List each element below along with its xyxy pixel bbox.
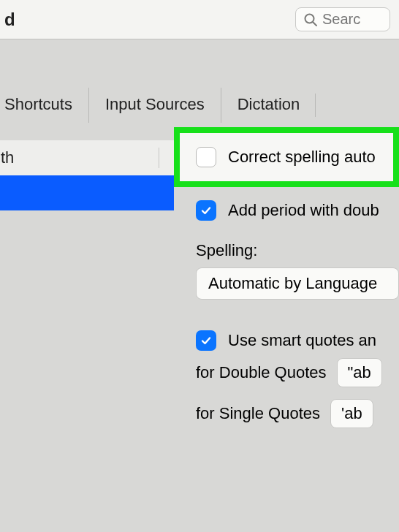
spelling-label: Spelling: <box>196 241 399 260</box>
settings-panel: Correct spelling auto Capitalize words a… <box>174 123 399 532</box>
option-add-period-row: Add period with doub <box>174 200 399 221</box>
highlight-callout: Correct spelling auto <box>174 127 399 187</box>
sidebar: ith <box>0 123 174 532</box>
checkbox-add-period[interactable] <box>196 200 216 221</box>
double-quotes-select[interactable]: "ab <box>337 358 382 387</box>
spelling-select[interactable]: Automatic by Language <box>196 267 399 300</box>
double-quotes-row: for Double Quotes "ab <box>196 358 399 387</box>
tab-shortcuts[interactable]: Shortcuts <box>0 88 88 123</box>
search-input[interactable] <box>322 11 381 28</box>
tabbar: Shortcuts Input Sources Dictation <box>0 79 399 123</box>
option-add-period-label: Add period with doub <box>228 201 379 220</box>
sidebar-item-selected[interactable] <box>0 175 174 210</box>
search-icon <box>303 12 318 27</box>
sidebar-item-label: ith <box>0 148 14 167</box>
svg-line-1 <box>314 22 317 26</box>
tab-input-sources[interactable]: Input Sources <box>88 88 221 123</box>
option-correct-spelling-label: Correct spelling auto <box>228 148 376 167</box>
double-quotes-label: for Double Quotes <box>196 363 327 382</box>
single-quotes-select[interactable]: 'ab <box>330 399 373 428</box>
sidebar-item[interactable]: ith <box>0 140 174 175</box>
window-title-fragment: d <box>4 10 15 30</box>
svg-point-0 <box>305 14 314 23</box>
main-content: ith Correct spelling auto Capitalize wor… <box>0 123 399 532</box>
checkbox-correct-spelling[interactable] <box>196 147 216 167</box>
sidebar-divider <box>159 148 159 168</box>
titlebar: d <box>0 0 399 39</box>
checkbox-smart-quotes[interactable] <box>196 330 216 351</box>
option-smart-quotes-row: Use smart quotes an <box>174 330 399 351</box>
search-field[interactable] <box>295 7 390 31</box>
single-quotes-label: for Single Quotes <box>196 404 320 423</box>
option-smart-quotes-label: Use smart quotes an <box>228 331 376 350</box>
tab-dictation[interactable]: Dictation <box>221 88 316 123</box>
single-quotes-row: for Single Quotes 'ab <box>196 399 399 428</box>
